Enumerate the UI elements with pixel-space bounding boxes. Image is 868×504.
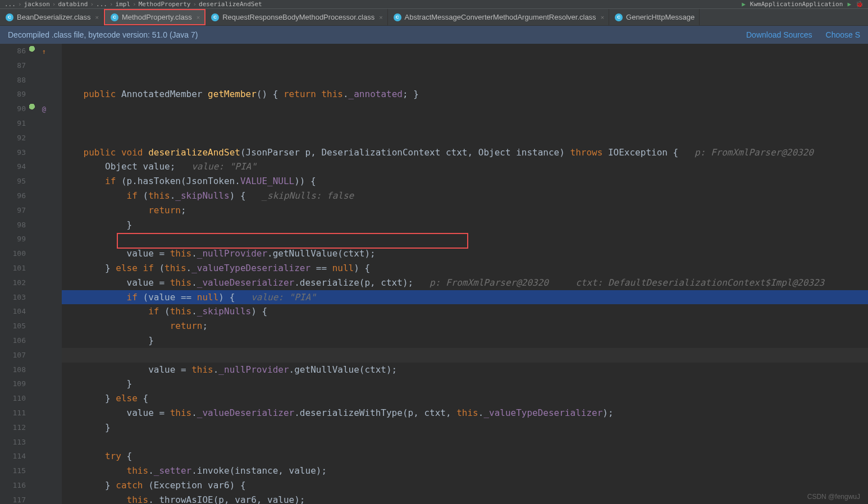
watermark: CSDN @fengwuJ bbox=[807, 493, 860, 501]
code-area[interactable]: public AnnotatedMember getMember() { ret… bbox=[62, 44, 868, 504]
tab-request-response[interactable]: C RequestResponseBodyMethodProcessor.cla… bbox=[205, 9, 387, 25]
class-icon: C bbox=[615, 13, 623, 21]
choose-sources-link[interactable]: Choose S bbox=[826, 30, 860, 39]
close-icon[interactable]: × bbox=[601, 14, 604, 21]
tab-label: MethodProperty.class bbox=[122, 13, 192, 21]
play-icon[interactable]: ▶ bbox=[847, 1, 851, 8]
class-icon: C bbox=[111, 13, 118, 21]
bc2[interactable]: databind bbox=[58, 1, 88, 8]
download-sources-link[interactable]: Download Sources bbox=[746, 30, 812, 39]
close-icon[interactable]: × bbox=[95, 14, 99, 21]
breadcrumb-bar: ...› jackson› databind› ...› impl› Metho… bbox=[0, 0, 868, 9]
tab-label: RequestResponseBodyMethodProcessor.class bbox=[222, 13, 374, 21]
close-icon[interactable]: × bbox=[379, 14, 382, 21]
gutter: 8687888990919293949596979899100101102103… bbox=[0, 44, 62, 504]
class-icon: C bbox=[6, 13, 13, 21]
tab-label: AbstractMessageConverterMethodArgumentRe… bbox=[405, 13, 596, 21]
banner-text: Decompiled .class file, bytecode version… bbox=[8, 30, 198, 39]
tab-abstract-message-converter[interactable]: C AbstractMessageConverterMethodArgument… bbox=[388, 9, 609, 25]
tab-method-property[interactable]: C MethodProperty.class × bbox=[104, 9, 205, 25]
editor: 8687888990919293949596979899100101102103… bbox=[0, 44, 868, 504]
run-config[interactable]: KwmApplicationApplication bbox=[750, 1, 843, 8]
decompiled-banner: Decompiled .class file, bytecode version… bbox=[0, 26, 868, 44]
bc4[interactable]: impl bbox=[116, 1, 131, 8]
tab-bean-deserializer[interactable]: C BeanDeserializer.class × bbox=[0, 9, 104, 25]
tab-label: BeanDeserializer.class bbox=[17, 13, 91, 21]
bc6[interactable]: deserializeAndSet bbox=[199, 1, 262, 8]
bc3[interactable]: ... bbox=[96, 1, 107, 8]
class-icon: C bbox=[394, 13, 401, 21]
tab-label: GenericHttpMessage bbox=[626, 13, 695, 21]
bc0[interactable]: ... bbox=[4, 1, 16, 8]
debug-icon[interactable]: 🐞 bbox=[856, 1, 864, 8]
run-icon: ▶ bbox=[742, 1, 746, 8]
close-icon[interactable]: × bbox=[197, 14, 200, 21]
editor-tabs: C BeanDeserializer.class × C MethodPrope… bbox=[0, 9, 868, 26]
bc1[interactable]: jackson bbox=[24, 1, 50, 8]
tab-generic-http-message[interactable]: C GenericHttpMessage bbox=[609, 9, 700, 25]
class-icon: C bbox=[211, 13, 219, 21]
bc5[interactable]: MethodProperty bbox=[139, 1, 191, 8]
